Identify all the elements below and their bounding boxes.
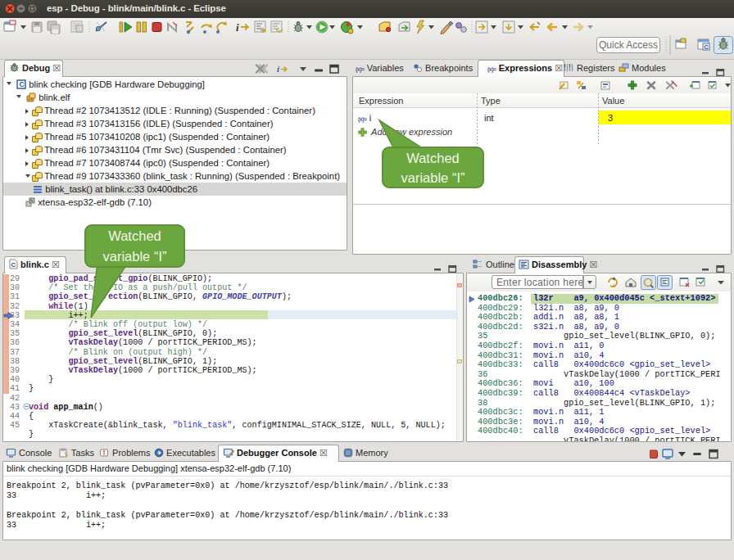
svg-text:C: C: [19, 80, 24, 88]
svg-text:i: i: [277, 64, 280, 74]
svg-text:i: i: [236, 21, 239, 34]
svg-text:C: C: [705, 44, 709, 50]
svg-text:C: C: [11, 261, 16, 269]
